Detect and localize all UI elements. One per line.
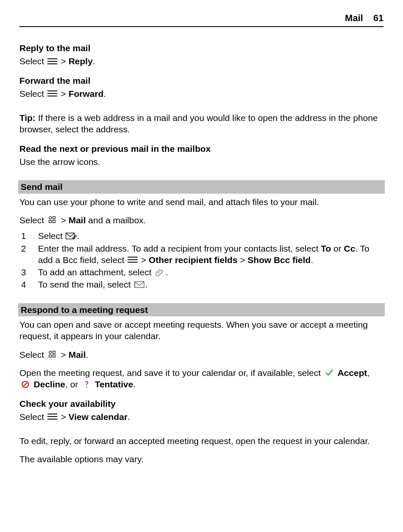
sendmail-step-2: Enter the mail address. To add a recipie…: [19, 243, 384, 266]
attachment-paperclip-icon: [154, 268, 166, 277]
sendmail-section-title: Send mail: [18, 180, 385, 193]
meeting-intro: You can open and save or accept meeting …: [19, 319, 384, 342]
sendmail-steps: Select . Enter the mail address. To add …: [19, 230, 384, 290]
forward-period: .: [103, 89, 106, 99]
tentative-question-icon: [81, 380, 93, 389]
meeting-mail-word: Mail: [68, 350, 86, 359]
step4-a: To send the mail, select: [38, 280, 133, 289]
meeting-period2: .: [133, 379, 136, 389]
svg-rect-20: [49, 355, 52, 357]
meeting-arrow: >: [61, 350, 68, 359]
svg-point-18: [49, 351, 52, 354]
meeting-comma1: ,: [367, 368, 370, 378]
sendmail-intro: You can use your phone to write and send…: [19, 196, 384, 208]
sendmail-step-1: Select .: [19, 230, 384, 241]
meeting-or: , or: [65, 379, 81, 389]
tip-paragraph: Tip: If there is a web address in a mail…: [19, 112, 384, 135]
availability-select-word: Select: [19, 412, 46, 422]
step2-showbcc: Show Bcc field: [248, 255, 310, 265]
reply-line: Select > Reply.: [19, 55, 384, 67]
options-menu-icon: [46, 89, 58, 98]
sendmail-select-line: Select > Mail and a mailbox.: [19, 214, 384, 226]
step2-arrow1: >: [141, 255, 149, 265]
meeting-section-title: Respond to a meeting request: [18, 303, 385, 316]
meeting-open-a: Open the meeting request, and save it to…: [19, 368, 323, 378]
forward-action: Forward: [68, 89, 103, 99]
svg-rect-7: [53, 217, 55, 219]
sendmail-step-4: To send the mail, select .: [19, 279, 384, 290]
decline-no-icon: [19, 380, 31, 389]
options-menu-icon: [46, 412, 58, 421]
options-menu-icon: [46, 57, 58, 66]
meeting-tentative: Tentative: [95, 379, 133, 389]
step1-post: .: [77, 231, 79, 241]
sendmail-mail-word: Mail: [68, 215, 86, 225]
sendmail-andmailbox: and a mailbox.: [86, 215, 146, 225]
step2-a: Enter the mail address. To add a recipie…: [38, 244, 321, 253]
step2-other: Other recipient fields: [149, 255, 237, 265]
apps-grid-icon: [46, 216, 58, 224]
step1-pre: Select: [38, 231, 65, 241]
svg-point-6: [49, 217, 52, 219]
forward-heading: Forward the mail: [19, 75, 384, 86]
availability-line: Select > View calendar.: [19, 411, 384, 422]
compose-mail-icon: [65, 232, 77, 240]
sendmail-select-word: Select: [19, 215, 46, 225]
header-section: Mail: [345, 13, 363, 23]
reply-action: Reply: [68, 56, 93, 66]
availability-period: .: [128, 412, 130, 422]
step4-period: .: [145, 280, 147, 289]
apps-grid-icon: [46, 350, 58, 359]
tip-text: If there is a web address in a mail and …: [19, 113, 378, 134]
svg-rect-19: [53, 351, 55, 354]
reply-select-word: Select: [19, 56, 46, 66]
step2-or: or: [331, 244, 344, 253]
step2-period: .: [310, 255, 313, 265]
meeting-decline: Decline: [34, 379, 65, 389]
forward-select-word: Select: [19, 89, 46, 99]
accept-check-icon: [323, 368, 335, 377]
header-page-number: 61: [373, 13, 384, 23]
page-header: Mail 61: [19, 13, 384, 27]
sendmail-step-3: To add an attachment, select .: [19, 266, 384, 278]
readnav-heading: Read the next or previous mail in the ma…: [19, 143, 384, 154]
svg-line-23: [23, 382, 27, 387]
svg-rect-8: [49, 220, 52, 223]
readnav-text: Use the arrow icons.: [19, 156, 384, 167]
options-note: The available options may vary.: [19, 453, 384, 465]
availability-arrow: >: [61, 412, 68, 422]
send-mail-icon: [133, 280, 145, 289]
step3-a: To add an attachment, select: [38, 267, 154, 277]
step2-cc: Cc: [344, 244, 355, 253]
forward-line: Select > Forward.: [19, 88, 384, 99]
svg-rect-9: [53, 220, 55, 223]
reply-arrow: >: [61, 56, 68, 66]
svg-rect-21: [53, 355, 55, 357]
meeting-period: .: [86, 350, 88, 359]
step2-arrow2: >: [237, 255, 248, 265]
step3-period: .: [166, 267, 168, 277]
reply-heading: Reply to the mail: [19, 42, 384, 54]
sendmail-arrow: >: [61, 215, 68, 225]
step2-to: To: [321, 244, 331, 253]
meeting-select-word: Select: [19, 350, 46, 359]
reply-period: .: [93, 56, 95, 66]
options-menu-icon: [127, 255, 139, 264]
availability-heading: Check your availability: [19, 398, 384, 409]
page-body: Reply to the mail Select > Reply. Forwar…: [19, 42, 384, 465]
meeting-accept: Accept: [338, 368, 367, 378]
svg-point-24: [86, 387, 87, 388]
availability-view: View calendar: [68, 412, 128, 422]
tip-label: Tip:: [19, 113, 35, 123]
meeting-select-line: Select > Mail.: [19, 349, 384, 360]
edit-note: To edit, reply, or forward an accepted m…: [19, 435, 384, 447]
meeting-open-line: Open the meeting request, and save it to…: [19, 367, 384, 390]
forward-arrow: >: [61, 89, 68, 99]
